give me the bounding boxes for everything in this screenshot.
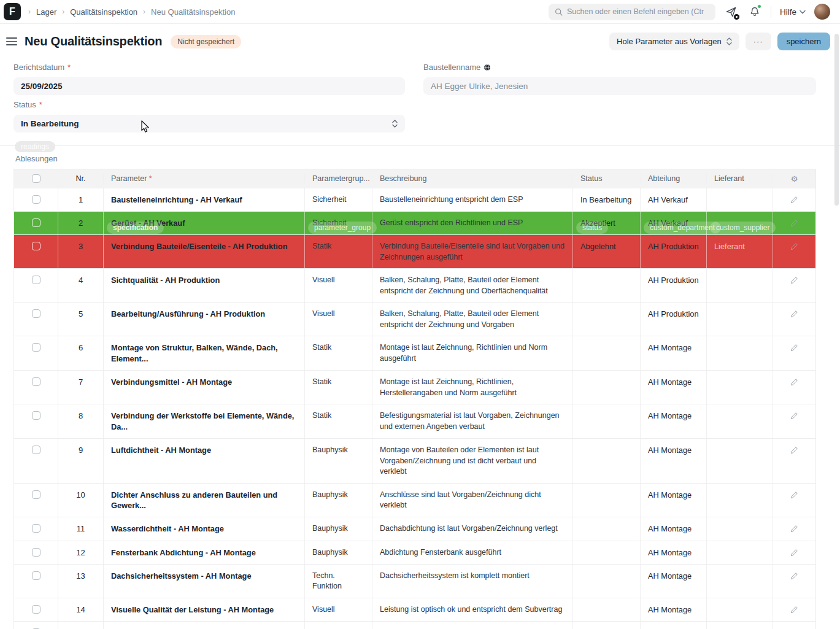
cell-parameter[interactable]: Bearbeitung/Ausführung - AH Produktion <box>103 303 304 336</box>
cell-parameter-group[interactable]: Bauphysik <box>304 484 372 517</box>
edit-row-button[interactable] <box>773 269 815 302</box>
cell-parameter-group[interactable]: Techn. Funktion <box>304 565 372 598</box>
cell-supplier[interactable] <box>706 336 773 370</box>
cell-parameter-group[interactable]: Visuell <box>304 303 372 336</box>
cell-description[interactable]: Montage ist laut Zeichnung, Richtlinien,… <box>372 371 572 404</box>
cell-department[interactable]: AH Montage <box>640 541 706 564</box>
cell-status[interactable] <box>572 336 640 370</box>
cell-status[interactable] <box>572 517 640 540</box>
cell-parameter[interactable]: Verbindungsmittel - AH Montage <box>103 371 304 404</box>
edit-row-button[interactable] <box>773 439 815 483</box>
sidebar-toggle-icon[interactable] <box>6 36 17 47</box>
cell-supplier[interactable]: custom_supplier <box>706 212 773 234</box>
select-all-checkbox[interactable] <box>32 174 40 183</box>
app-logo[interactable]: F <box>4 3 21 20</box>
cell-parameter-group[interactable]: Sicherheitparameter_group <box>304 212 372 234</box>
cell-parameter[interactable]: Visuelle Qualität der Leistung - AH Mont… <box>103 598 304 621</box>
cell-parameter-group[interactable]: Statik <box>304 371 372 404</box>
row-checkbox[interactable] <box>32 571 40 580</box>
cell-status[interactable] <box>572 303 640 336</box>
cell-parameter-group[interactable]: Bauphysik <box>304 541 372 564</box>
cell-parameter[interactable]: Fensterbank Abdichtung - AH Montage <box>103 541 304 564</box>
row-checkbox[interactable] <box>32 377 40 386</box>
cell-parameter[interactable]: Dichter Anschluss zu anderen Bauteilen u… <box>103 484 304 517</box>
cell-parameter[interactable]: Verbindung der Werkstoffe bei Elemente, … <box>103 404 304 438</box>
save-button[interactable]: speichern <box>777 33 830 50</box>
row-checkbox[interactable] <box>32 309 40 318</box>
cell-description[interactable]: Balken, Schalung, Platte, Bauteil oder E… <box>372 269 572 302</box>
cell-supplier[interactable] <box>706 188 773 211</box>
cell-supplier[interactable] <box>706 565 773 598</box>
edit-row-button[interactable] <box>773 622 815 629</box>
status-select[interactable]: In Bearbeitung <box>13 115 405 133</box>
cell-description[interactable]: Dachabdichtung ist laut Vorgaben/Zeichnu… <box>372 517 572 540</box>
edit-row-button[interactable] <box>773 336 815 370</box>
edit-row-button[interactable] <box>773 303 815 336</box>
user-avatar[interactable] <box>814 4 830 20</box>
edit-row-button[interactable] <box>773 598 815 621</box>
cell-description[interactable]: Befestigungsmaterial ist laut Vorgaben, … <box>372 404 572 438</box>
row-checkbox[interactable] <box>32 548 40 557</box>
row-checkbox[interactable] <box>32 218 40 227</box>
row-checkbox[interactable] <box>32 524 40 533</box>
cell-parameter-group[interactable]: Visuell <box>304 269 372 302</box>
cell-description[interactable]: Verbindung Bauteile/Eisenteile sind laut… <box>372 235 572 268</box>
cell-department[interactable]: AH Verkaufcustom_department <box>640 212 706 234</box>
announcement-button[interactable] <box>724 4 739 19</box>
edit-row-button[interactable] <box>773 212 815 234</box>
row-checkbox[interactable] <box>32 490 40 499</box>
edit-row-button[interactable] <box>773 541 815 564</box>
cell-status[interactable]: Akzeptiertstatus <box>572 212 640 234</box>
row-checkbox[interactable] <box>32 605 40 614</box>
header-supplier[interactable]: Lieferant <box>706 174 773 183</box>
cell-status[interactable]: Abgelehnt <box>572 235 640 268</box>
edit-row-button[interactable] <box>773 235 815 268</box>
cell-supplier[interactable] <box>706 484 773 517</box>
edit-row-button[interactable] <box>773 371 815 404</box>
cell-supplier[interactable]: Lieferant <box>706 235 773 268</box>
cell-department[interactable]: AH Montage <box>640 517 706 540</box>
cell-supplier[interactable] <box>706 622 773 629</box>
cell-status[interactable] <box>572 565 640 598</box>
cell-description[interactable]: Dachsicherheitssystem ist komplett monti… <box>372 565 572 598</box>
cell-description[interactable]: Leistung ist optisch ok und entspricht d… <box>372 598 572 621</box>
cell-parameter[interactable]: Baustelleneinrichtung - AH Verkauf <box>103 188 304 211</box>
cell-parameter-group[interactable]: Bauphysik <box>304 439 372 483</box>
cell-status[interactable] <box>572 484 640 517</box>
cell-description[interactable]: Gerüst entspricht den Richtlinien und ES… <box>372 212 572 234</box>
cell-department[interactable]: AH Montage <box>640 439 706 483</box>
cell-parameter[interactable]: Sichtqualität - AH Produktion <box>103 269 304 302</box>
cell-status[interactable] <box>572 269 640 302</box>
cell-supplier[interactable] <box>706 541 773 564</box>
cell-department[interactable]: AH Montage <box>640 404 706 438</box>
header-parameter-group[interactable]: Parametergrup... <box>304 174 372 183</box>
cell-department[interactable]: AH Produktion <box>640 269 706 302</box>
cell-status[interactable]: In Bearbeitung <box>572 188 640 211</box>
notifications-button[interactable] <box>747 4 762 19</box>
help-menu[interactable]: Hilfe <box>780 7 806 17</box>
edit-row-button[interactable] <box>773 517 815 540</box>
row-checkbox[interactable] <box>32 242 40 250</box>
cell-description[interactable]: Leistung entspricht der Richtlinien/Norm… <box>372 622 572 629</box>
cell-department[interactable]: AH Montage <box>640 336 706 370</box>
header-parameter[interactable]: Parameter * <box>103 174 304 183</box>
cell-supplier[interactable] <box>706 598 773 621</box>
cell-description[interactable]: Montage ist laut Zeichnung, Richtlinien … <box>372 336 572 370</box>
cell-department[interactable]: AH Produktion <box>640 303 706 336</box>
cell-parameter[interactable]: Technische Qualität der Leistung - AH Mo… <box>103 622 304 629</box>
cell-parameter-group[interactable]: Statik <box>304 336 372 370</box>
global-search[interactable] <box>549 4 715 20</box>
berichtsdatum-input[interactable]: 25/09/2025 <box>13 77 405 95</box>
cell-parameter-group[interactable]: Visuell <box>304 598 372 621</box>
cell-status[interactable] <box>572 371 640 404</box>
cell-supplier[interactable] <box>706 404 773 438</box>
cell-parameter[interactable]: Wasserdichtheit - AH Montage <box>103 517 304 540</box>
cell-status[interactable] <box>572 541 640 564</box>
cell-parameter[interactable]: Luftdichtheit - AH Montage <box>103 439 304 483</box>
scrollbar-thumb[interactable] <box>834 34 839 206</box>
edit-row-button[interactable] <box>773 565 815 598</box>
cell-department[interactable]: AH Produktion <box>640 235 706 268</box>
cell-department[interactable]: AH Montage <box>640 565 706 598</box>
cell-parameter-group[interactable]: Sicherheit <box>304 188 372 211</box>
cell-parameter[interactable]: Dachsicherheitssystem - AH Montage <box>103 565 304 598</box>
